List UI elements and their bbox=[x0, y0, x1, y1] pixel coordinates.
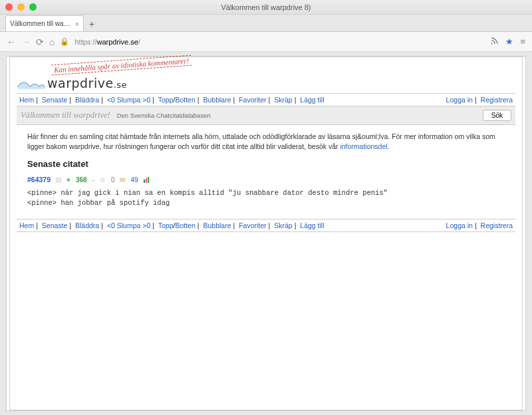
nav-skrap[interactable]: Skräp bbox=[274, 96, 292, 104]
nav-bubblare[interactable]: Bubblare bbox=[203, 96, 231, 104]
url-bar[interactable]: https://warpdrive.se/ bbox=[74, 38, 485, 46]
bnav-bubblare[interactable]: Bubblare bbox=[203, 221, 231, 229]
vote-down-button[interactable]: - bbox=[92, 176, 94, 186]
bnav-lagg-till[interactable]: Lägg till bbox=[300, 221, 324, 229]
comment-count[interactable]: 49 bbox=[130, 176, 138, 186]
vote-up-button[interactable]: + bbox=[66, 176, 70, 186]
nav-botten[interactable]: Botten bbox=[175, 96, 195, 104]
forward-button[interactable]: → bbox=[21, 37, 31, 47]
page-inner: Kan innehålla spår av idiotiska kommenta… bbox=[9, 57, 523, 410]
bottom-nav-right: Logga in| Registrera bbox=[446, 221, 513, 229]
stats-icon[interactable] bbox=[144, 177, 150, 183]
quote-id-link[interactable]: #64379 bbox=[27, 175, 51, 185]
nav-hem[interactable]: Hem bbox=[19, 96, 34, 104]
nav-right: Logga in| Registrera bbox=[446, 96, 513, 104]
window-title: Välkommen till warpdrive 8) bbox=[0, 3, 532, 11]
page-outer: Kan innehålla spår av idiotiska kommenta… bbox=[6, 56, 526, 411]
home-button[interactable]: ⌂ bbox=[49, 37, 55, 47]
nav-topp[interactable]: Topp bbox=[158, 96, 174, 104]
bottom-navbar: Hem| Senaste| Bläddra| <0 Slumpa >0| Top… bbox=[17, 219, 515, 232]
bnav-bladdra[interactable]: Bläddra bbox=[75, 221, 99, 229]
url-path: / bbox=[138, 38, 140, 46]
bnav-senaste[interactable]: Senaste bbox=[42, 221, 68, 229]
comment-icon[interactable]: ✉ bbox=[120, 176, 125, 186]
latest-heading: Senaste citatet bbox=[27, 158, 505, 171]
lock-icon: 🔒 bbox=[60, 37, 69, 46]
bnav-botten[interactable]: Botten bbox=[175, 221, 195, 229]
tagline-stamp: Kan innehålla spår av idiotiska kommenta… bbox=[51, 55, 192, 76]
bnav-login[interactable]: Logga in bbox=[446, 221, 473, 229]
nav-login[interactable]: Logga in bbox=[446, 96, 473, 104]
welcome-title: Välkommen till warpdrive! bbox=[21, 110, 110, 120]
page-viewport: Kan innehålla spår av idiotiska kommenta… bbox=[0, 52, 532, 415]
bnav-hem[interactable]: Hem bbox=[19, 221, 34, 229]
rss-icon[interactable] bbox=[490, 37, 499, 47]
welcome-bar: Välkommen till warpdrive! Den Svenska Ch… bbox=[17, 106, 515, 125]
quote-body: <pinne> när jag gick i nian sa en kompis… bbox=[27, 188, 505, 208]
nav-slumpa[interactable]: <0 Slumpa >0 bbox=[107, 96, 150, 104]
url-protocol: https:// bbox=[74, 38, 96, 46]
logo-text: warpdrive.se bbox=[47, 76, 127, 90]
url-host: warpdrive.se bbox=[97, 38, 138, 46]
bnav-topp[interactable]: Topp bbox=[158, 221, 174, 229]
wave-icon bbox=[17, 76, 46, 90]
quote-id-toggle-icon[interactable]: ⊟ bbox=[56, 176, 61, 186]
back-button[interactable]: ← bbox=[7, 37, 16, 47]
nav-lagg-till[interactable]: Lägg till bbox=[300, 96, 324, 104]
bnav-slumpa[interactable]: <0 Slumpa >0 bbox=[107, 221, 150, 229]
search-button[interactable]: Sök bbox=[483, 110, 511, 121]
tab-close-icon[interactable]: × bbox=[75, 20, 79, 28]
window-titlebar: Välkommen till warpdrive 8) bbox=[0, 0, 532, 15]
top-navbar: Hem| Senaste| Bläddra| <0 Slumpa >0| Top… bbox=[17, 93, 515, 106]
favorite-count: 0 bbox=[111, 176, 115, 186]
site-logo[interactable]: warpdrive.se bbox=[17, 76, 515, 90]
favorite-star-icon[interactable]: ☆ bbox=[100, 176, 106, 186]
quote-header: #64379 ⊟ + 368 - ☆0 ✉49 bbox=[27, 175, 505, 185]
welcome-tag: Den Svenska Chatcitatdatabasen bbox=[117, 112, 211, 119]
nav-favoriter[interactable]: Favoriter bbox=[239, 96, 266, 104]
svg-point-0 bbox=[491, 43, 493, 44]
bnav-favoriter[interactable]: Favoriter bbox=[239, 221, 266, 229]
browser-tabstrip: Välkommen till warpdrive 8) × + bbox=[0, 15, 532, 32]
main-content: Här finner du en samling citat hämtade f… bbox=[17, 125, 515, 215]
bnav-skrap[interactable]: Skräp bbox=[274, 221, 292, 229]
bnav-register[interactable]: Registrera bbox=[481, 221, 513, 229]
new-tab-button[interactable]: + bbox=[84, 17, 100, 31]
bookmark-star-icon[interactable]: ★ bbox=[505, 37, 513, 47]
browser-tab-active[interactable]: Välkommen till warpdrive 8) × bbox=[5, 15, 84, 31]
menu-icon[interactable]: ≡ bbox=[520, 37, 525, 47]
quote-score: 368 bbox=[76, 176, 87, 186]
nav-senaste[interactable]: Senaste bbox=[42, 96, 68, 104]
intro-paragraph: Här finner du en samling citat hämtade f… bbox=[27, 132, 505, 152]
tab-title: Välkommen till warpdrive 8) bbox=[10, 20, 72, 27]
nav-bladdra[interactable]: Bläddra bbox=[75, 96, 99, 104]
informationsdel-link[interactable]: informationsdel bbox=[340, 142, 387, 150]
reload-button[interactable]: ⟳ bbox=[36, 37, 44, 47]
bottom-nav-left: Hem| Senaste| Bläddra| <0 Slumpa >0| Top… bbox=[19, 221, 325, 229]
browser-toolbar: ← → ⟳ ⌂ 🔒 https://warpdrive.se/ ★ ≡ bbox=[0, 32, 532, 52]
nav-left: Hem| Senaste| Bläddra| <0 Slumpa >0| Top… bbox=[19, 96, 325, 104]
nav-register[interactable]: Registrera bbox=[481, 96, 513, 104]
